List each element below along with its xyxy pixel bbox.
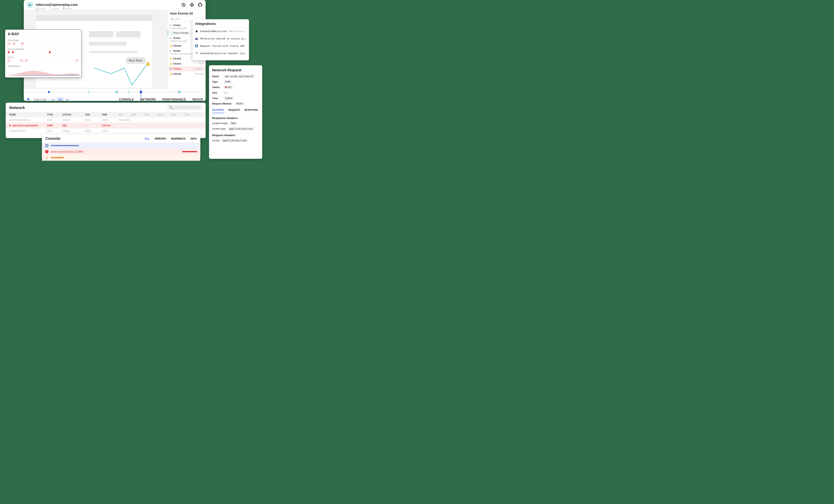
datadog-icon xyxy=(195,37,198,40)
cursor-icon: 🖐️ xyxy=(146,62,151,66)
request-status: 422 xyxy=(62,124,85,127)
xray-network-row: 4xx-5xx Network xyxy=(5,47,81,55)
header-value: application/json xyxy=(228,127,254,131)
buy-now-button[interactable]: Buy Now xyxy=(126,57,146,64)
integrations-title: Integrations xyxy=(193,19,249,27)
filter-placeholder: Filter xyxy=(175,18,180,20)
xray-row-label: Performance xyxy=(8,65,79,67)
event-item[interactable]: 👆ClickedColor xyxy=(168,61,206,66)
render-icon: ⎮ xyxy=(171,32,172,34)
request-headers-title: Request Headers xyxy=(212,134,259,137)
integrations-panel: Integrations UnhandledRejection: Non-Err… xyxy=(192,19,249,60)
console-tab[interactable]: INFO xyxy=(191,137,197,140)
request-tab[interactable]: HEADERS xyxy=(212,108,224,113)
search-icon: 🔍 xyxy=(171,18,174,20)
integration-item[interactable]: Request failed with status 500 xyxy=(193,42,249,49)
xray-title: X-RAY xyxy=(5,29,81,38)
devtools-tab[interactable]: REDUX xyxy=(192,98,203,101)
console-tab[interactable]: ERRORS xyxy=(155,137,166,140)
request-tab[interactable]: RESPONSE xyxy=(244,108,258,113)
rollbar-icon xyxy=(195,44,198,47)
console-panel: Console ALLERRORSWARNINGSINFO i ! ecom.x… xyxy=(42,134,200,159)
col-status: STATUS xyxy=(62,113,85,116)
error-icon: ! xyxy=(25,60,28,62)
click-icon: 👆 xyxy=(170,45,172,47)
warning-icon: ⚠ xyxy=(45,156,48,159)
navigate-icon: ➤ xyxy=(170,24,172,27)
timing-tick: 20ms xyxy=(144,113,150,116)
console-row-error[interactable]: ! ecom.xyz/a213qh.js:123987 xyxy=(42,149,200,155)
timeline[interactable] xyxy=(24,89,206,95)
xray-performance-row: Performance xyxy=(5,64,81,76)
xray-errors-row: Errors !!!! xyxy=(5,55,81,64)
network-row-skeleton xyxy=(6,117,205,123)
console-tab[interactable]: WARNINGS xyxy=(171,137,185,140)
rage-icon: ☹ xyxy=(170,67,172,70)
request-tabs: HEADERSREQUESTRESPONSE xyxy=(212,108,259,113)
devtools-tab[interactable]: NETWORK xyxy=(140,98,156,101)
play-button[interactable] xyxy=(26,97,30,101)
error-dot-icon xyxy=(49,51,51,53)
github-icon[interactable] xyxy=(198,2,203,7)
xray-panel: X-RAY Click Rage 4xx-5xx Network Errors … xyxy=(5,29,82,78)
sentry-icon xyxy=(195,29,198,33)
svg-point-6 xyxy=(182,6,183,6)
svg-point-12 xyxy=(196,52,197,53)
navigate-icon: ➤ xyxy=(170,50,172,52)
xray-row-label: Click Rage xyxy=(8,39,79,42)
rage-icon xyxy=(8,42,10,45)
network-panel: Network 🔍 NAME TYPE STATUS SIZE TIME 0ms… xyxy=(6,103,206,138)
error-icon: ! xyxy=(8,60,10,62)
col-size: SIZE xyxy=(85,113,102,116)
devtools-tab[interactable]: PERFORMANCE xyxy=(162,98,186,101)
skip-back-button[interactable]: ⏮ xyxy=(50,97,56,101)
timeline-marker[interactable] xyxy=(48,91,50,93)
timeline-marker[interactable] xyxy=(129,91,129,93)
event-item[interactable]: 👆ClickedBuy Now xyxy=(168,71,206,76)
label-time: Time xyxy=(212,97,222,100)
playhead[interactable] xyxy=(141,89,141,101)
value-type: XHR xyxy=(223,80,232,84)
integration-item[interactable]: Unhandledrejection handler rece.. xyxy=(193,49,249,57)
devtools-tabs: CONSOLENETWORKPERFORMANCEREDUX xyxy=(119,98,203,101)
click-icon: 👆 xyxy=(170,57,172,60)
meta-location: 📍 xyxy=(62,7,73,10)
skip-interval[interactable]: 10s xyxy=(56,97,64,101)
rage-icon xyxy=(13,42,15,45)
skip-forward-button[interactable]: ⏭ xyxy=(64,97,70,101)
events-title: User Events 62 xyxy=(168,10,206,17)
console-tab[interactable]: ALL xyxy=(145,137,150,140)
request-headers-list: acceptapplication/json xyxy=(212,139,259,142)
request-tab[interactable]: REQUEST xyxy=(228,108,240,113)
col-time: TIME xyxy=(102,113,117,116)
timing-tick: 30ms xyxy=(158,113,163,116)
label-type: Type xyxy=(212,80,222,83)
jira-icon[interactable] xyxy=(190,2,194,7)
network-request-panel: Network Request Nameapi.ecom.xyz/search … xyxy=(209,65,262,159)
player-controls: 0:00 / 0:00 ⏮ 10s ⏭ CONSOLENETWORKPERFOR… xyxy=(24,95,206,101)
event-item[interactable]: ☹3 ClicksQuantity + xyxy=(168,66,206,71)
console-row-info[interactable]: i xyxy=(42,143,200,149)
user-email: rebecca@openreplay.com xyxy=(36,3,78,7)
request-type: XHR xyxy=(47,124,62,127)
response-headers-title: Response Headers xyxy=(212,116,259,119)
network-search-input[interactable]: 🔍 xyxy=(167,105,203,110)
integration-item[interactable]: Permission denied to access pro... xyxy=(193,35,249,42)
svg-point-11 xyxy=(197,52,198,53)
label-status: Status xyxy=(212,86,222,89)
slack-icon[interactable] xyxy=(181,2,186,7)
header-integration-icons xyxy=(181,2,203,7)
integration-item[interactable]: UnhandledRejection: Non-Error... xyxy=(193,27,249,35)
value-method: POST xyxy=(235,102,244,106)
value-time: 119ms xyxy=(223,96,234,100)
timeline-marker[interactable] xyxy=(89,91,89,93)
col-type: TYPE xyxy=(47,113,62,116)
xray-click-rage-row: Click Rage xyxy=(5,38,81,47)
console-row-warning[interactable]: ⚠ xyxy=(42,155,200,161)
devtools-tab[interactable]: CONSOLE xyxy=(119,98,134,101)
network-row-error[interactable]: api.ecom.xyz/search XHR 422 -- 119 ms xyxy=(6,123,205,128)
request-title: Network Request xyxy=(212,68,259,72)
timing-tick: 40ms xyxy=(171,113,177,116)
integrations-list: UnhandledRejection: Non-Error...Permissi… xyxy=(193,27,249,57)
svg-point-7 xyxy=(184,6,185,6)
